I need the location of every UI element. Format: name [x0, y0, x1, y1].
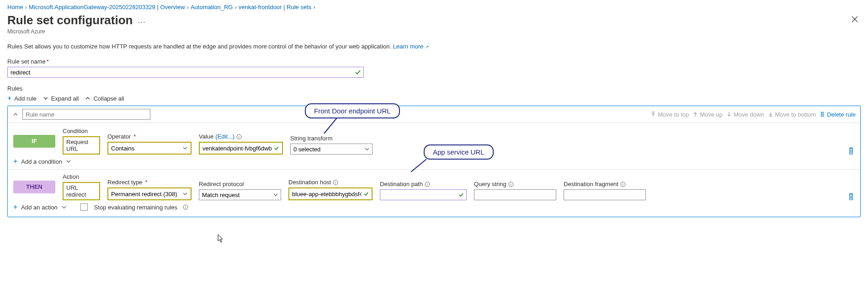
arrow-up-icon	[692, 112, 698, 117]
then-chip: THEN	[13, 181, 55, 193]
svg-text:i: i	[427, 182, 428, 187]
breadcrumb-home[interactable]: Home	[7, 4, 23, 11]
chevron-right-icon: ›	[234, 4, 236, 11]
breadcrumb-appgw[interactable]: Microsoft.ApplicationGateway-20250228203…	[29, 4, 185, 11]
trash-icon	[847, 147, 855, 155]
rule-card: Front Door endpoint URL App service URL …	[7, 106, 861, 217]
stop-evaluating-checkbox[interactable]	[80, 203, 88, 211]
destination-path-label: Destination path i	[380, 181, 467, 187]
value-input[interactable]	[200, 143, 282, 154]
page-title: Rule set configuration	[7, 13, 133, 27]
query-string-label: Query string i	[474, 181, 556, 187]
delete-condition-button[interactable]	[847, 147, 855, 155]
svg-text:i: i	[239, 135, 240, 139]
arrow-top-icon	[650, 112, 656, 117]
info-icon[interactable]: i	[425, 182, 430, 187]
move-down-button[interactable]: Move down	[726, 111, 764, 118]
info-icon[interactable]: i	[620, 182, 626, 187]
chevron-right-icon: ›	[187, 4, 189, 11]
callout-tail-icon	[410, 159, 428, 173]
move-to-bottom-button[interactable]: Move to bottom	[768, 111, 816, 118]
query-string-input[interactable]	[474, 189, 556, 200]
destination-host-input[interactable]	[289, 188, 372, 199]
info-icon[interactable]: i	[508, 182, 514, 187]
destination-path-input[interactable]	[380, 189, 467, 200]
check-icon	[274, 145, 279, 151]
info-icon[interactable]: i	[183, 204, 188, 210]
condition-label: Condition	[63, 128, 100, 134]
page-subtitle: Microsoft Azure	[7, 28, 146, 35]
chevron-up-icon	[85, 96, 91, 101]
chevron-right-icon: ›	[25, 4, 27, 11]
delete-action-button[interactable]	[847, 193, 855, 200]
condition-value[interactable]: Request URL	[63, 136, 100, 155]
if-chip: IF	[13, 135, 55, 148]
expand-all-button[interactable]: Expand all	[43, 95, 79, 102]
trash-icon	[847, 193, 855, 200]
destination-host-label: Destination host i	[288, 179, 373, 186]
description-text: Rules Set allows you to customize how HT…	[7, 43, 861, 50]
callout-appservice: App service URL	[424, 144, 494, 160]
svg-text:i: i	[335, 181, 336, 185]
breadcrumb-rg[interactable]: Automation_RG	[191, 4, 233, 11]
ruleset-name-input[interactable]	[7, 67, 364, 78]
operator-label: Operator*	[107, 133, 192, 140]
external-link-icon: ↗	[425, 44, 429, 49]
string-transform-select[interactable]	[290, 144, 373, 155]
breadcrumb-rulesets[interactable]: venkat-frontdoor | Rule sets	[239, 4, 311, 11]
add-rule-button[interactable]: + Add rule	[7, 95, 37, 102]
destination-fragment-label: Destination fragment i	[564, 181, 646, 187]
trash-icon	[820, 112, 825, 117]
add-action-button[interactable]: + Add an action	[13, 203, 67, 211]
action-label: Action	[63, 173, 100, 180]
svg-text:i: i	[511, 182, 511, 187]
string-transform-label: String transform	[290, 135, 373, 142]
rules-toolbar: + Add rule Expand all Collapse all	[7, 95, 861, 102]
action-value[interactable]: URL redirect	[63, 182, 100, 200]
info-icon[interactable]: i	[236, 134, 242, 139]
redirect-protocol-select[interactable]	[199, 189, 281, 200]
info-icon[interactable]: i	[333, 180, 338, 185]
move-to-top-button[interactable]: Move to top	[650, 111, 689, 118]
chevron-down-icon	[66, 159, 71, 164]
callout-tail-icon	[323, 118, 341, 134]
svg-text:i: i	[623, 182, 623, 187]
move-up-button[interactable]: Move up	[692, 111, 723, 118]
chevron-up-icon	[12, 111, 19, 118]
check-icon	[458, 192, 464, 198]
breadcrumb: Home › Microsoft.ApplicationGateway-2025…	[7, 4, 861, 11]
callout-frontdoor: Front Door endpoint URL	[305, 103, 400, 118]
ruleset-name-label: Rule set name*	[7, 58, 861, 65]
redirect-type-select[interactable]	[108, 188, 191, 199]
plus-icon: +	[13, 203, 17, 211]
check-icon	[355, 69, 361, 75]
chevron-down-icon	[43, 96, 48, 101]
stop-evaluating-label: Stop evaluating remaining rules	[94, 204, 177, 211]
close-icon	[852, 16, 858, 22]
redirect-type-label: Redirect type*	[107, 179, 192, 186]
destination-fragment-input[interactable]	[564, 189, 646, 200]
learn-more-link[interactable]: Learn more ↗	[393, 43, 429, 50]
then-row: THEN Action URL redirect Redirect type* …	[13, 173, 855, 200]
rules-section-label: Rules	[7, 85, 861, 92]
plus-icon: +	[7, 95, 11, 102]
plus-icon: +	[13, 157, 17, 166]
value-edit-link[interactable]: (Edit...)	[215, 133, 234, 140]
collapse-all-button[interactable]: Collapse all	[85, 95, 124, 102]
svg-text:i: i	[185, 205, 186, 209]
operator-select[interactable]	[108, 143, 191, 154]
redirect-protocol-label: Redirect protocol	[199, 181, 281, 187]
collapse-rule-toggle[interactable]	[12, 111, 19, 118]
check-icon	[363, 191, 369, 197]
chevron-right-icon: ›	[313, 4, 315, 11]
rule-name-input[interactable]	[22, 109, 150, 120]
arrow-down-icon	[726, 112, 732, 117]
chevron-down-icon	[61, 204, 67, 210]
arrow-bottom-icon	[768, 112, 773, 117]
value-label: Value (Edit...) i	[199, 133, 283, 140]
more-actions-icon[interactable]: …	[137, 16, 146, 25]
rule-header: Move to top Move up Move down Move to bo…	[8, 106, 860, 123]
delete-rule-button[interactable]: Delete rule	[820, 111, 856, 118]
close-button[interactable]	[849, 13, 861, 25]
